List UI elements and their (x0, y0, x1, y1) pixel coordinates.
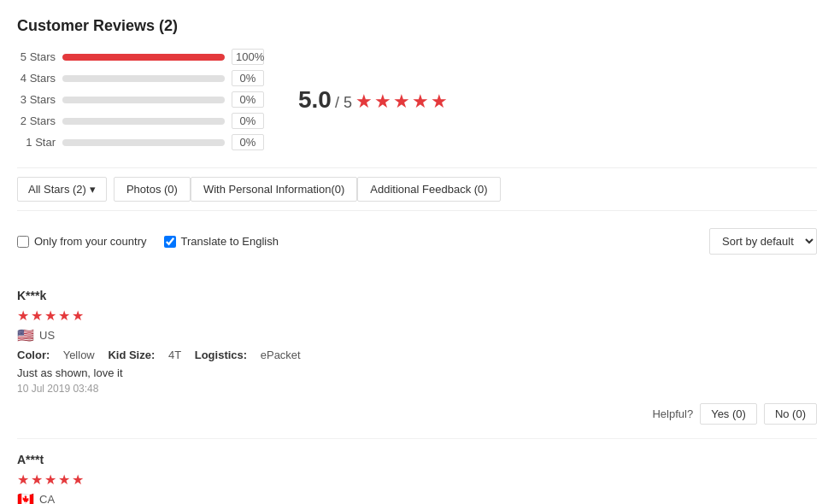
star-bar-row: 4 Stars 0% (17, 70, 264, 86)
review-stars: ★★★★★ (17, 472, 817, 488)
reviewer-country: US (39, 329, 55, 342)
star-bar-track (62, 118, 225, 125)
reviewer-location: 🇺🇸 US (17, 329, 817, 342)
review-card: A***t ★★★★★ 🇨🇦 CA Color: Yellow Kid Size… (17, 439, 817, 504)
review-star-icon: ★ (58, 472, 70, 488)
helpful-label: Helpful? (652, 407, 693, 420)
filter-bar: All Stars (2) ▾ Photos (0)With Personal … (17, 167, 817, 211)
star-bar-row: 1 Star 0% (17, 134, 264, 150)
overall-rating: 5.0 / 5 ★★★★★ (298, 86, 448, 114)
star-bar-row: 5 Stars 100% (17, 49, 264, 65)
star-bar-pct: 0% (232, 113, 264, 129)
star-bar-track (62, 139, 225, 146)
reviewer-name: K***k (17, 289, 817, 302)
translate-text: Translate to English (181, 235, 279, 248)
star-bar-pct: 0% (232, 70, 264, 86)
all-stars-button[interactable]: All Stars (2) ▾ (17, 177, 107, 202)
overall-star-icon: ★ (355, 91, 373, 113)
reviewer-country: CA (39, 493, 55, 504)
overall-stars: ★★★★★ (355, 91, 448, 113)
kidsize-meta: Kid Size: 4T (108, 349, 181, 361)
score-number: 5.0 (298, 86, 332, 114)
review-card: K***k ★★★★★ 🇺🇸 US Color: Yellow Kid Size… (17, 275, 817, 439)
star-bar-pct: 0% (232, 91, 264, 108)
review-star-icon: ★ (72, 472, 84, 488)
helpful-row: Helpful? Yes (0) No (0) (17, 403, 817, 425)
flag-icon: 🇺🇸 (17, 330, 34, 342)
yes-button[interactable]: Yes (0) (700, 403, 757, 425)
overall-score: 5.0 / 5 ★★★★★ (298, 86, 448, 114)
chevron-down-icon: ▾ (90, 183, 96, 196)
flag-icon: 🇨🇦 (17, 494, 34, 505)
reviewer-location: 🇨🇦 CA (17, 493, 817, 504)
section-title: Customer Reviews (2) (17, 17, 817, 35)
options-left: Only from your country Translate to Engl… (17, 235, 279, 248)
overall-star-icon: ★ (393, 91, 410, 113)
star-bars: 5 Stars 100% 4 Stars 0% 3 Stars 0% 2 Sta… (17, 49, 264, 150)
review-star-icon: ★ (44, 472, 56, 488)
rating-section: 5 Stars 100% 4 Stars 0% 3 Stars 0% 2 Sta… (17, 49, 817, 150)
star-bar-label: 1 Star (17, 136, 56, 149)
star-bar-pct: 0% (232, 134, 264, 150)
star-bar-track (62, 75, 225, 82)
review-star-icon: ★ (31, 308, 43, 324)
filter-btn-photos[interactable]: Photos (0) (114, 177, 191, 202)
filter-btn-feedback[interactable]: Additional Feedback (0) (357, 177, 500, 202)
overall-star-icon: ★ (431, 91, 448, 113)
country-filter-label[interactable]: Only from your country (17, 235, 147, 248)
logistics-meta: Logistics: ePacket (195, 349, 301, 361)
no-button[interactable]: No (0) (764, 403, 817, 425)
star-bar-pct: 100% (232, 49, 264, 65)
review-star-icon: ★ (17, 472, 29, 488)
star-bar-label: 5 Stars (17, 50, 56, 63)
filter-btn-personal[interactable]: With Personal Information(0) (191, 177, 357, 202)
score-denom: / 5 (335, 94, 352, 112)
reviewer-name: A***t (17, 453, 817, 466)
review-star-icon: ★ (44, 308, 56, 324)
review-star-icon: ★ (72, 308, 84, 324)
star-bar-row: 3 Stars 0% (17, 91, 264, 108)
options-bar: Only from your country Translate to Engl… (17, 221, 817, 261)
all-stars-label: All Stars (2) (28, 183, 86, 196)
review-stars: ★★★★★ (17, 308, 817, 324)
review-date: 10 Jul 2019 03:48 (17, 383, 817, 395)
review-text: Just as shown, love it (17, 366, 817, 379)
reviews-container: K***k ★★★★★ 🇺🇸 US Color: Yellow Kid Size… (17, 275, 817, 504)
overall-star-icon: ★ (374, 91, 391, 113)
translate-label[interactable]: Translate to English (164, 235, 279, 248)
country-filter-checkbox[interactable] (17, 236, 29, 248)
overall-star-icon: ★ (412, 91, 429, 113)
color-meta: Color: Yellow (17, 349, 95, 361)
star-bar-label: 2 Stars (17, 114, 56, 127)
country-filter-text: Only from your country (34, 235, 147, 248)
filter-buttons: Photos (0)With Personal Information(0)Ad… (114, 177, 501, 202)
star-bar-track (62, 97, 225, 103)
star-bar-label: 3 Stars (17, 93, 56, 106)
star-bar-label: 4 Stars (17, 72, 56, 85)
star-bar-row: 2 Stars 0% (17, 113, 264, 129)
review-star-icon: ★ (58, 308, 70, 324)
review-star-icon: ★ (17, 308, 29, 324)
review-star-icon: ★ (31, 472, 43, 488)
review-meta: Color: Yellow Kid Size: 4T Logistics: eP… (17, 349, 817, 361)
star-bar-fill (62, 54, 225, 61)
sort-select[interactable]: Sort by defaultMost RecentMost Helpful (709, 228, 817, 255)
star-bar-track (62, 54, 225, 61)
translate-checkbox[interactable] (164, 236, 176, 248)
